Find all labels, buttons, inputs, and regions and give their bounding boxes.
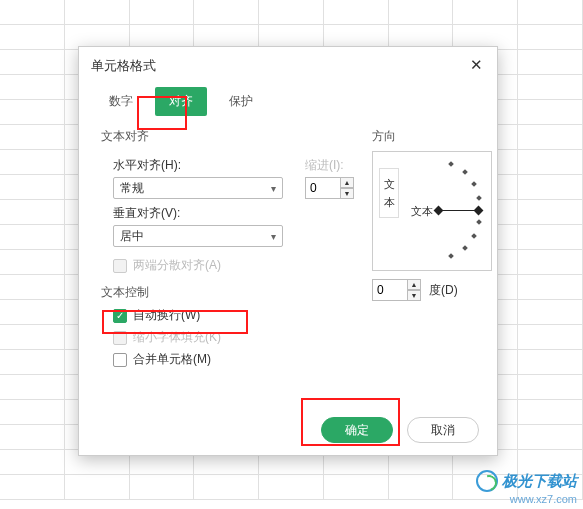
tab-number[interactable]: 数字 [95,87,147,116]
dialog-footer: 确定 取消 [321,417,479,443]
vertical-align-label: 垂直对齐(V): [113,205,354,222]
indent-input[interactable] [305,177,341,199]
cell-format-dialog: 单元格格式 ✕ 数字 对齐 保护 文本对齐 水平对齐(H): 常规 缩进(I): [78,46,498,456]
tab-protect[interactable]: 保护 [215,87,267,116]
section-text-align: 文本对齐 [101,128,354,145]
justify-distributed-checkbox [113,259,127,273]
degree-label: 度(D) [429,282,458,299]
ok-button[interactable]: 确定 [321,417,393,443]
section-orientation: 方向 [372,128,492,145]
close-icon[interactable]: ✕ [467,57,485,75]
orientation-arc-label: 文本 [411,204,433,219]
merge-cells-checkbox[interactable] [113,353,127,367]
cancel-button[interactable]: 取消 [407,417,479,443]
watermark-url: www.xz7.com [476,493,577,505]
orientation-vertical-text[interactable]: 文本 [379,168,399,218]
orientation-box[interactable]: 文本 文本 [372,151,492,271]
horizontal-align-label: 水平对齐(H): [113,157,283,174]
wrap-text-label: 自动换行(W) [133,307,200,324]
vertical-align-value: 居中 [120,228,144,245]
tabs: 数字 对齐 保护 [79,81,497,120]
diamond-icon [434,206,444,216]
titlebar: 单元格格式 ✕ [79,47,497,81]
justify-distributed-label: 两端分散对齐(A) [133,257,221,274]
vertical-align-select[interactable]: 居中 [113,225,283,247]
indent-label: 缩进(I): [305,157,354,174]
degree-down-icon[interactable]: ▼ [407,290,421,301]
degree-spinner[interactable]: ▲ ▼ [372,279,421,301]
watermark-logo-icon [476,470,498,492]
indent-up-icon[interactable]: ▲ [340,177,354,188]
dialog-title: 单元格格式 [91,57,467,75]
horizontal-align-value: 常规 [120,180,144,197]
shrink-fit-label: 缩小字体填充(K) [133,329,221,346]
horizontal-align-select[interactable]: 常规 [113,177,283,199]
indent-spinner[interactable]: ▲ ▼ [305,177,354,199]
shrink-fit-checkbox [113,331,127,345]
orientation-arc[interactable]: 文本 [407,158,487,264]
watermark-name: 极光下载站 [502,472,577,491]
tab-align[interactable]: 对齐 [155,87,207,116]
watermark: 极光下载站 www.xz7.com [476,470,577,505]
degree-up-icon[interactable]: ▲ [407,279,421,290]
wrap-text-checkbox[interactable]: ✓ [113,309,127,323]
merge-cells-label: 合并单元格(M) [133,351,211,368]
indent-down-icon[interactable]: ▼ [340,188,354,199]
section-text-control: 文本控制 [101,284,354,301]
degree-input[interactable] [372,279,408,301]
diamond-icon [474,206,484,216]
